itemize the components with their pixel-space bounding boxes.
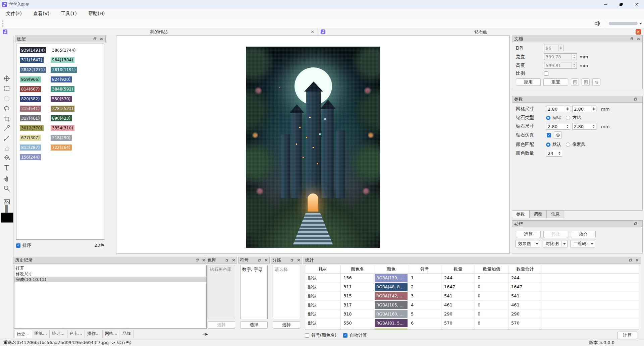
bottom-dock-tab[interactable]: 历史… — [14, 330, 32, 338]
history-item[interactable]: 打开 — [14, 265, 206, 271]
text-tool-icon[interactable] — [3, 164, 11, 172]
save-image-button[interactable] — [571, 78, 579, 86]
layer-swatch[interactable]: 315(541) — [20, 106, 41, 112]
grid-width-spinbox[interactable]: 2.80 — [546, 106, 570, 112]
stats-column-header[interactable] — [542, 265, 639, 273]
layer-swatch[interactable]: 964(1304) — [51, 57, 74, 63]
bottom-dock-tab[interactable]: 色卡… — [67, 330, 85, 338]
stats-column-header[interactable]: 颜色名 — [341, 265, 374, 273]
abandon-button[interactable]: 放弃 — [571, 231, 596, 238]
fill-tool-icon[interactable] — [3, 154, 11, 162]
stats-column-header[interactable]: 数量 — [441, 265, 475, 273]
close-panel-icon[interactable]: × — [202, 258, 206, 262]
settings-gear-button[interactable] — [592, 78, 600, 86]
hand-tool-icon[interactable] — [3, 174, 11, 182]
layer-swatch[interactable]: 814(667) — [20, 86, 41, 92]
bottom-dock-tab[interactable]: 图纸… — [32, 330, 50, 338]
diamond-painting-preview[interactable] — [246, 47, 380, 248]
square-diamond-radio[interactable] — [566, 116, 570, 120]
sim-settings-gear-button[interactable] — [554, 131, 562, 139]
stats-column-header[interactable]: 颜色 — [374, 265, 408, 273]
zoom-tool-icon[interactable] — [3, 184, 11, 192]
tab-params[interactable]: 参数 — [512, 211, 529, 218]
menu-file[interactable]: 文件(F) — [3, 10, 25, 18]
layer-swatch[interactable]: 939(14914) — [20, 47, 46, 53]
stats-column-header[interactable]: 数量合计 — [508, 265, 542, 273]
bottom-dock-tab[interactable]: 品牌 — [120, 330, 133, 338]
layer-swatch[interactable]: 3865(1744) — [51, 47, 77, 53]
tab-my-works-close-icon[interactable]: ✕ — [310, 29, 315, 34]
canvas-area[interactable] — [116, 36, 510, 253]
stats-column-header[interactable]: 耗材 — [305, 265, 341, 273]
effect-image-dropdown[interactable]: 效果图 — [515, 240, 540, 247]
run-button[interactable]: 运算 — [516, 231, 541, 238]
bottom-dock-tab[interactable]: 操作… — [85, 330, 103, 338]
close-panel-icon[interactable]: × — [264, 258, 268, 262]
menu-help[interactable]: 帮助(H) — [85, 10, 108, 18]
brush-tool-icon[interactable] — [3, 134, 11, 142]
float-panel-icon[interactable] — [290, 258, 294, 262]
layer-swatch[interactable]: 3781(523) — [51, 106, 74, 112]
layer-swatch[interactable]: 311(1647) — [20, 57, 44, 63]
stats-column-header[interactable]: 符号 — [408, 265, 441, 273]
dpi-spinbox[interactable]: 96 — [544, 45, 564, 51]
auto-calc-checkbox[interactable] — [343, 333, 347, 338]
colorlib-select-button[interactable]: 选择 — [208, 321, 235, 329]
width-spinbox[interactable]: 399.78 — [544, 53, 577, 60]
stats-table-row[interactable]: 默认550RGBA(81, 5…65700570 — [305, 319, 639, 328]
match-default-radio[interactable] — [546, 142, 550, 147]
history-item[interactable]: 完成(10:10:13) — [14, 277, 206, 282]
menu-tools[interactable]: 工具(T) — [58, 10, 80, 18]
close-panel-icon[interactable]: × — [232, 258, 235, 262]
symbol-name-checkbox[interactable] — [305, 333, 309, 338]
close-panel-icon[interactable]: × — [297, 258, 301, 262]
layer-swatch[interactable]: 820(582) — [20, 96, 41, 102]
move-tool-icon[interactable] — [3, 74, 11, 82]
chevron-down-icon[interactable] — [639, 23, 642, 24]
layer-swatch[interactable]: 317(461) — [20, 115, 41, 121]
stats-table-row[interactable]: 默认315RGBA(142, …35410541 — [305, 292, 639, 301]
scroll-right-icon[interactable]: ▶ — [205, 332, 208, 336]
layer-swatch[interactable]: 3354(310) — [51, 125, 74, 131]
layer-swatch[interactable]: 318(290) — [51, 135, 72, 141]
diamond-sim-checkbox[interactable] — [547, 133, 551, 137]
float-panel-icon[interactable] — [225, 258, 229, 262]
bottom-dock-tab[interactable]: 统计… — [50, 330, 67, 338]
color-count-spinbox[interactable]: 24 — [546, 150, 562, 157]
qrcode-dropdown[interactable]: 二维码 — [570, 240, 595, 247]
stop-button[interactable]: 停止 — [543, 231, 568, 238]
round-diamond-radio[interactable] — [546, 116, 550, 120]
menu-view[interactable]: 查看(V) — [30, 10, 53, 18]
tab-diamond-painting-close-icon[interactable]: ✕ — [636, 29, 641, 35]
close-panel-icon[interactable]: × — [635, 258, 639, 262]
float-panel-icon[interactable] — [629, 258, 633, 262]
grid-height-spinbox[interactable]: 2.80 — [572, 106, 596, 112]
sort-checkbox[interactable] — [16, 243, 20, 248]
more-tools-icon[interactable]: ■ ■ ■ — [3, 205, 11, 209]
diamond-height-spinbox[interactable]: 2.80 — [572, 123, 596, 130]
layer-swatch[interactable]: 890(423) — [51, 115, 72, 121]
layer-swatch[interactable]: 156(244) — [20, 154, 41, 160]
tab-diamond-painting[interactable]: 钻石画 ✕ — [318, 28, 644, 36]
float-panel-icon[interactable] — [634, 222, 638, 226]
diamond-width-spinbox[interactable]: 2.80 — [546, 123, 570, 130]
layer-swatch[interactable]: 959(966) — [20, 76, 41, 82]
history-item[interactable]: 修改尺寸 — [14, 271, 206, 277]
symbol-select-button[interactable]: 选择 — [240, 321, 268, 329]
tab-info[interactable]: 信息 — [547, 211, 564, 218]
layer-swatch[interactable]: 722(264) — [51, 145, 72, 151]
toolbar-drag-handle[interactable] — [2, 20, 3, 27]
reset-button[interactable]: 重置 — [543, 78, 568, 86]
layer-swatch[interactable]: 3842(1271) — [20, 67, 46, 73]
eyedropper-tool-icon[interactable] — [3, 124, 11, 132]
foreground-color-swatch[interactable] — [1, 213, 13, 223]
layer-swatch[interactable]: 3848(592) — [51, 86, 74, 92]
colorlib-content[interactable]: 钻石画色库 — [208, 265, 235, 319]
layer-swatch[interactable]: 824(920) — [51, 76, 72, 82]
minimize-button[interactable] — [598, 0, 613, 9]
contrast-image-dropdown[interactable]: 对比图 — [543, 240, 568, 247]
float-panel-icon[interactable] — [630, 37, 634, 41]
sorting-content[interactable]: 请选择 — [273, 265, 300, 319]
list-button[interactable] — [582, 78, 590, 86]
float-panel-icon[interactable] — [195, 258, 199, 262]
